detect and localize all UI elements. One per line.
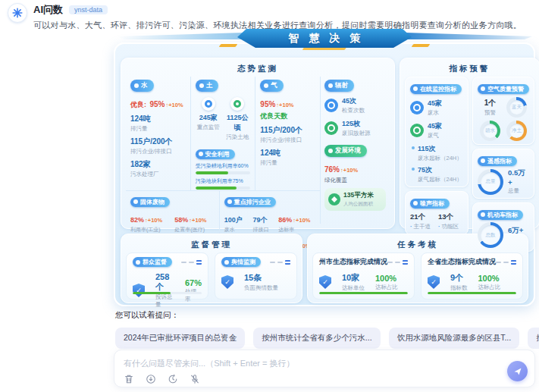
banner-left-wing — [117, 33, 244, 39]
soil-bar-label: 污染地块利用率75% — [196, 177, 251, 185]
remote-stat: 0.5万+ 总量 — [508, 168, 529, 195]
gauge-blue: 蓝天 — [506, 97, 527, 118]
air-pill: 气 — [260, 80, 284, 92]
water-pill: 水 — [130, 80, 154, 92]
air-stat: 124吨 排污量 — [260, 148, 315, 167]
dashboard-body: 态势监测 水 优良: 95%↑+10% — [114, 42, 535, 306]
paper-plane-icon — [513, 367, 522, 376]
air-good-label: 优良天数 — [260, 111, 315, 121]
soil-stat: 1125公顷 污染土地 — [224, 97, 250, 141]
download-icon[interactable] — [146, 374, 156, 384]
suggestion-chip[interactable]: 按任务状态分析2024年出动执... — [528, 328, 539, 349]
air-stat: 115户/200个 排污企业/排接口 — [260, 125, 315, 144]
water-stat: 115户/200个 排污企业/排接口 — [130, 136, 186, 155]
indicator-warning-panel: 指标预警 在线监控指标 45家废水 45 — [400, 58, 539, 229]
app-title: AI问数 — [33, 3, 63, 17]
soil-column: 土 245家 重点监管 — [191, 77, 256, 190]
city-indicator-card: 州市生态指标完成情况 ✓ 10家 达标单位 100% — [312, 252, 415, 299]
opinion-pill: 舆情监测 — [221, 257, 261, 267]
air-good-value: 95% — [260, 100, 275, 108]
water-good-value: 95% — [149, 100, 165, 108]
supervision-panel: 监督管理 群众监督 ✓ 258个 投诉总量 — [121, 234, 302, 303]
shield-check-icon: ✓ — [133, 284, 145, 297]
suggestion-chip[interactable]: 饮用水源地风险源最多的区县T... — [389, 328, 520, 349]
wastewater-icon — [410, 101, 424, 114]
progress-bar — [428, 292, 516, 294]
noise-card: 噪声指标 21个 主干道 13个 功能区 — [405, 191, 468, 235]
panel-title-monitor: 态势监测 — [126, 64, 390, 74]
key-enterprises-pill: 重点排污企业 — [224, 197, 276, 207]
suggestions-section: 您可以试着提问： 2024年已审批环评项目的总资金 按州市统计全省有多少个污水.… — [115, 310, 537, 349]
suggestion-chip[interactable]: 2024年已审批环评项目的总资金 — [115, 328, 245, 349]
shield-check-icon: ✓ — [319, 275, 331, 289]
legend-dashes — [181, 260, 202, 265]
warning-count-stat: 1个 预警 — [484, 98, 497, 117]
soil-icon — [199, 83, 204, 88]
vehicle-pill: 机动车指标 — [478, 210, 523, 220]
shield-check-icon: ✓ — [221, 275, 233, 289]
banner-right-wing — [405, 33, 532, 39]
soil-bar — [196, 171, 251, 174]
radiation-icon — [328, 83, 333, 88]
remote-gauge: 总量 — [478, 169, 503, 195]
exceed-stat: 115次 废水超标（24H） — [412, 144, 463, 162]
ring-icon-green — [230, 97, 244, 111]
legend-dashes — [496, 260, 516, 265]
progress-bar — [319, 292, 408, 294]
suggestions-lead: 您可以试着提问： — [115, 310, 537, 321]
green-coverage-label: 绿化覆盖 — [324, 177, 386, 184]
green-coverage-value: 76% — [324, 165, 340, 174]
public-supervision-pill: 群众监督 — [133, 257, 172, 267]
soil-bar-label: 受污染耕地利用率60% — [196, 162, 251, 170]
radiation-stat: 125枚废旧放射源 — [324, 119, 386, 137]
water-stat: 124吨 排污量 — [130, 114, 186, 133]
starburst-icon — [12, 8, 23, 18]
leaf-icon — [328, 193, 340, 205]
suggestion-chip[interactable]: 按州市统计全省有多少个污水... — [253, 328, 380, 349]
handle-rate-stat: 67% 处理率 — [185, 278, 202, 303]
remote-sensing-card: 遥感指标 总量 0.5万+ 总量 — [472, 149, 534, 199]
water-icon — [134, 83, 139, 88]
soil-pill: 土 — [196, 80, 219, 92]
solid-waste-stat: 58%↑+10%处置率(医疗) — [174, 212, 214, 234]
smart-decision-dashboard: 智慧决策 态势监测 水 优良: — [114, 27, 535, 306]
soil-sub-pill: 安全利用 — [196, 149, 235, 159]
panel-title-warning: 指标预警 — [405, 64, 534, 74]
online-stat: 45家废气 — [410, 121, 463, 140]
province-indicator-card: 全省生态指标完成情况 ✓ 9个 指标数 100% — [421, 252, 523, 299]
mic-off-icon[interactable] — [190, 374, 200, 384]
development-pill: 发展环境 — [324, 145, 367, 157]
solid-waste-pill: 固体废物 — [130, 197, 170, 207]
banner-title: 智慧决策 — [279, 32, 371, 45]
send-button[interactable] — [507, 361, 528, 381]
noise-stat: 13个 功能区 — [438, 212, 459, 230]
banner-gold-accent — [219, 44, 238, 47]
assistant-avatar — [8, 3, 27, 23]
air-quality-pill: 空气质量预警 — [478, 84, 529, 94]
dataset-tag: ynst-data — [69, 5, 108, 14]
radiation-pill: 辐射 — [324, 80, 354, 92]
air-quality-warning-card: 空气质量预警 1个 预警 蓝天 碧水 净土 — [472, 77, 534, 145]
water-good-label: 优良: — [130, 101, 146, 108]
park-area-stat: 135平方米人均公园面积 — [324, 188, 386, 211]
online-monitoring-card: 在线监控指标 45家废水 45家废气 115次 — [405, 77, 468, 187]
exceed-stat: 75次 废气超标（24H） — [412, 165, 463, 183]
noise-stat: 21个 主干道 — [410, 212, 431, 230]
complaints-stat: 258个 投诉总量 — [155, 272, 174, 309]
banner-ribbon: 智慧决策 — [237, 29, 412, 48]
water-stat: 182家 污水处理厂 — [130, 159, 186, 178]
dashboard-banner: 智慧决策 — [114, 27, 535, 53]
air-icon — [264, 83, 268, 88]
legend-dashes — [387, 260, 408, 265]
history-icon[interactable] — [168, 374, 178, 384]
ring-icon — [202, 97, 215, 111]
delete-icon[interactable] — [124, 374, 134, 384]
legend-dashes — [270, 260, 290, 265]
message-input[interactable] — [124, 359, 442, 368]
soil-bar — [196, 187, 251, 190]
situation-monitor-panel: 态势监测 水 优良: 95%↑+10% — [121, 58, 395, 229]
ai-chat-page: AI问数 ynst-data 可以对与水、大气、环评、排污许可、污染源、环境执法… — [0, 0, 539, 392]
remote-pill: 遥感指标 — [478, 156, 517, 166]
online-pill: 在线监控指标 — [410, 84, 462, 94]
opinion-monitoring-card: 舆情监测 ✓ 15条 负面舆情数量 — [215, 252, 297, 299]
